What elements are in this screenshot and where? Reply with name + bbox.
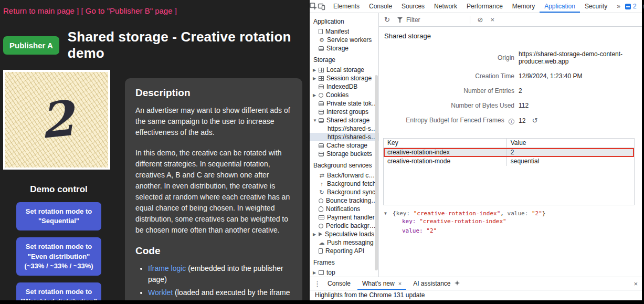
filter-label: Filter — [406, 16, 420, 24]
sidebar-item-manifest[interactable]: Manifest — [310, 27, 378, 36]
drawer-tab-ai-assistance[interactable]: AI assistance — [408, 277, 464, 290]
preview-prop-key: key: — [402, 218, 419, 225]
iframe-logic-link[interactable]: Iframe logic — [148, 264, 186, 272]
issues-badge[interactable]: 2 — [625, 3, 637, 10]
device-toolbar-icon[interactable] — [318, 0, 325, 13]
drawer-tab-console[interactable]: Console — [323, 277, 355, 290]
return-to-main-link[interactable]: Return to main page ] — [3, 6, 79, 15]
sidebar-item-local-storage[interactable]: ▶ Local storage — [310, 66, 378, 74]
sidebar-item-back-forward-cache[interactable]: ⇄ Back/forward cache — [310, 171, 378, 180]
description-heading: Description — [135, 87, 292, 99]
settings-gear-icon[interactable]: ⚙ — [642, 3, 644, 11]
sidebar-item-notifications[interactable]: Notifications — [310, 205, 378, 213]
sidebar-section-background-services[interactable]: Background services — [310, 158, 378, 171]
preview-prop-value-string: "2" — [426, 227, 437, 234]
meta-label-entropy-budget: Entropy Budget for Fenced Frames i — [383, 117, 514, 124]
sidebar-item-shared-storage[interactable]: ▼ Shared storage — [310, 116, 378, 124]
table-row-creative-rotation-index[interactable]: creative-rotation-index 2 — [384, 148, 634, 157]
top-nav: Return to main page ] [ Go to "Publisher… — [0, 0, 309, 15]
inspect-element-icon[interactable] — [310, 0, 318, 13]
code-list: Iframe logic (embedded into the publishe… — [135, 263, 292, 300]
worklet-link[interactable]: Worklet — [148, 288, 173, 297]
sidebar-item-interest-groups[interactable]: Interest groups — [310, 108, 378, 116]
close-drawer-icon[interactable]: × — [634, 280, 638, 287]
preview-prop-value: value: — [402, 227, 426, 234]
expander-icon[interactable]: ▶ — [313, 232, 319, 237]
sidebar-item-top-frame[interactable]: ▶ top — [310, 268, 378, 277]
drawer-tab-whats-new[interactable]: What's new × — [357, 277, 406, 290]
sidebar-item-push-messaging[interactable]: ☁ Push messaging — [310, 238, 378, 247]
tab-elements[interactable]: Elements — [329, 0, 364, 13]
clear-events-icon[interactable]: ⊘ — [478, 16, 483, 23]
more-tabs-icon[interactable]: » — [612, 0, 625, 13]
drawer-menu-icon[interactable]: ⋮ — [314, 280, 321, 287]
sidebar-item-session-storage[interactable]: ▶ Session storage — [310, 74, 378, 82]
sidebar-item-periodic-background-sync[interactable]: Periodic backgroun… — [310, 222, 378, 230]
preview-key-name: key: — [396, 210, 414, 217]
document-icon — [319, 248, 323, 254]
application-sidebar: Application Manifest ⚙ Service workers S… — [310, 13, 379, 277]
tab-sources[interactable]: Sources — [397, 0, 429, 13]
tab-application[interactable]: Application — [540, 0, 580, 13]
sidebar-item-reporting-api[interactable]: Reporting API — [310, 247, 378, 255]
page-header: Publisher A Shared storage - Creative ro… — [3, 29, 309, 61]
preview-expander-icon[interactable]: ▼ — [384, 210, 390, 216]
preview-summary: {key: "creative-rotation-index", value: … — [393, 210, 545, 217]
expander-icon[interactable]: ▶ — [313, 76, 319, 81]
close-filter-icon[interactable]: × — [490, 16, 494, 23]
meta-value-bytes-used: 112 — [519, 102, 637, 109]
description-panel: Description An advertiser may want to sh… — [125, 78, 302, 300]
issues-icon — [625, 4, 631, 9]
sidebar-item-payment-handler[interactable]: Payment handler — [310, 213, 378, 222]
sidebar-item-background-sync[interactable]: ↻ Background sync — [310, 188, 378, 196]
column-header-key[interactable]: Key — [384, 139, 506, 148]
tab-network[interactable]: Network — [429, 0, 462, 13]
info-icon[interactable]: i — [509, 119, 514, 124]
bounce-tracking-icon — [319, 198, 323, 203]
column-header-value[interactable]: Value — [506, 139, 634, 148]
sidebar-item-background-fetch[interactable]: ↑ Background fetch — [310, 180, 378, 188]
sidebar-item-speculative-loads[interactable]: ▶ Speculative loads — [310, 230, 378, 238]
table-row-creative-rotation-mode[interactable]: creative-rotation-mode sequential — [384, 157, 634, 166]
sidebar-item-storage-buckets[interactable]: Storage buckets — [310, 150, 378, 158]
tab-performance[interactable]: Performance — [462, 0, 508, 13]
sidebar-item-cache-storage[interactable]: Cache storage — [310, 141, 378, 150]
sidebar-item-indexeddb[interactable]: IndexedDB — [310, 82, 378, 91]
sidebar-section-storage[interactable]: Storage — [310, 53, 378, 66]
expander-icon[interactable]: ▶ — [313, 68, 319, 72]
preview-value-line: value: "2" — [384, 226, 636, 236]
set-sequential-button[interactable]: Set rotation mode to "Sequential" — [16, 202, 101, 230]
preview-summary-line: ▼ {key: "creative-rotation-index", value… — [384, 210, 636, 217]
table-empty-area — [384, 166, 634, 205]
set-even-distribution-button[interactable]: Set rotation mode to "Even distribution"… — [16, 237, 101, 276]
tab-console[interactable]: Console — [364, 0, 397, 13]
tab-memory[interactable]: Memory — [508, 0, 540, 13]
preview-key-string: "creative-rotation-index" — [414, 210, 501, 217]
filter-control[interactable]: Filter — [397, 16, 420, 24]
publisher-b-link[interactable]: [ Go to "Publisher B" page ] — [81, 6, 176, 15]
tab-security[interactable]: Security — [580, 0, 612, 13]
sidebar-item-service-workers[interactable]: ⚙ Service workers — [310, 36, 378, 44]
table-header-row: Key Value — [384, 139, 634, 148]
sidebar-item-private-state-tokens[interactable]: Private state tokens — [310, 99, 378, 108]
shared-storage-panel: ↻ Filter ⊘ × Shared storage Origin https… — [379, 13, 642, 277]
database-icon — [319, 85, 324, 89]
sidebar-item-shared-storage-origin-1[interactable]: https://shared-storage… — [310, 124, 378, 133]
sidebar-item-cookies[interactable]: ▶ Cookies — [310, 91, 378, 99]
sidebar-item-bounce-tracking[interactable]: Bounce tracking miti… — [310, 196, 378, 205]
set-weighted-distribution-button[interactable]: Set rotation mode to "Weighted distribut… — [16, 282, 101, 300]
expander-icon[interactable]: ▼ — [313, 118, 319, 123]
sidebar-scrollbar[interactable] — [375, 75, 378, 270]
close-whats-new-icon[interactable]: × — [398, 281, 402, 287]
expander-icon[interactable]: ▶ — [313, 270, 319, 275]
refresh-icon[interactable]: ↻ — [384, 16, 390, 23]
sidebar-item-storage[interactable]: Storage — [310, 44, 378, 53]
sidebar-item-shared-storage-origin-2[interactable]: https://shared-storage… — [310, 133, 378, 141]
sidebar-section-application[interactable]: Application — [310, 14, 378, 27]
expander-icon[interactable]: ▶ — [313, 93, 319, 98]
sidebar-section-frames[interactable]: Frames — [310, 255, 378, 268]
preview-key-line: key: "creative-rotation-index" — [384, 217, 636, 226]
database-icon — [319, 101, 324, 106]
reset-budget-icon[interactable]: ↺ — [532, 117, 538, 124]
clock-icon — [319, 224, 323, 228]
